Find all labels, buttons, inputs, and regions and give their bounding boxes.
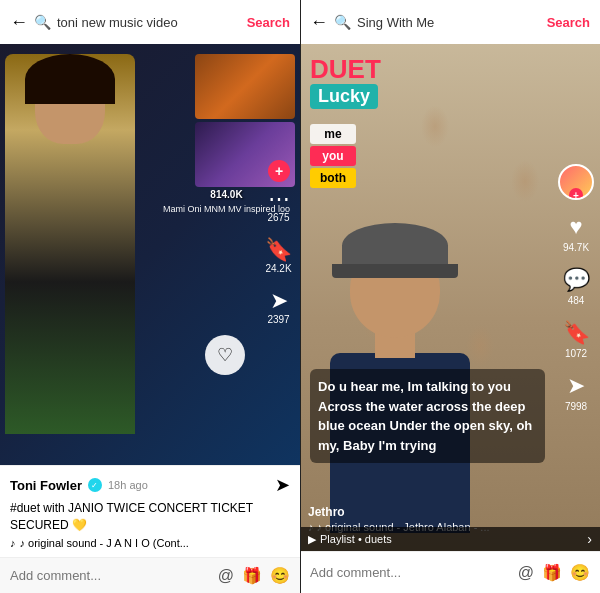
- right-bookmark-action[interactable]: 🔖 1072: [563, 320, 590, 359]
- comment-icon: ⋯: [268, 186, 290, 212]
- right-like-count: 94.7K: [563, 242, 589, 253]
- right-avatar[interactable]: +: [558, 164, 594, 200]
- comment-count: 2675: [267, 212, 289, 223]
- right-search-icon: 🔍: [334, 14, 351, 30]
- emoji-icon[interactable]: 😊: [270, 566, 290, 585]
- left-comment-bar: @ 🎁 😊: [0, 557, 300, 593]
- lucky-badge: Lucky: [310, 84, 378, 109]
- sel-both[interactable]: both: [310, 168, 356, 188]
- duet-thumbnails: +: [195, 54, 295, 187]
- bottom-actions-left: ⋯ 2675 🔖 24.2K ➤ 2397: [265, 186, 292, 325]
- search-input[interactable]: [57, 15, 241, 30]
- right-search-input[interactable]: [357, 15, 541, 30]
- heart-overlay[interactable]: ♡: [205, 335, 245, 375]
- view-count: 814.0K: [210, 189, 242, 200]
- comment-action[interactable]: ⋯ 2675: [267, 186, 289, 223]
- right-share-icon: ➤: [567, 373, 585, 399]
- left-bottom-info: Toni Fowler ✓ 18h ago ➤ #duet with JANIO…: [0, 465, 300, 557]
- right-search-button[interactable]: Search: [547, 15, 590, 30]
- duet-plus-button[interactable]: +: [268, 160, 290, 182]
- back-button[interactable]: ←: [10, 12, 28, 33]
- gift-icon[interactable]: 🎁: [242, 566, 262, 585]
- right-comment-input[interactable]: [310, 565, 510, 580]
- left-panel: ← 🔍 Search + ♡ 814.0K: [0, 0, 300, 593]
- sel-you[interactable]: you: [310, 146, 356, 166]
- lyrics-text: Do u hear me, Im talking to you Across t…: [318, 377, 537, 455]
- video-caption: #duet with JANIO TWICE CONCERT TICKET SE…: [10, 500, 290, 534]
- right-comment-count: 484: [568, 295, 585, 306]
- bookmark-icon: 🔖: [265, 237, 292, 263]
- duet-thumb-2: +: [195, 122, 295, 187]
- sound-line-left[interactable]: ♪ ♪ original sound - J A N I O (Cont...: [10, 537, 290, 549]
- share-action[interactable]: ➤ 2397: [267, 288, 289, 325]
- playlist-chevron-icon: ›: [587, 531, 592, 547]
- share-icon: ➤: [270, 288, 288, 314]
- panel-divider: [300, 0, 301, 593]
- right-search-bar: ← 🔍 Search: [300, 0, 600, 44]
- search-button[interactable]: Search: [247, 15, 290, 30]
- lyrics-overlay: Do u hear me, Im talking to you Across t…: [310, 369, 545, 463]
- right-video-area[interactable]: DUET Lucky me you both Do u hear me, Im …: [300, 44, 600, 593]
- playlist-icon: ▶: [308, 533, 316, 546]
- username-left: Toni Fowler: [10, 478, 82, 493]
- right-back-button[interactable]: ←: [310, 12, 328, 33]
- right-save-count: 1072: [565, 348, 587, 359]
- follow-plus-btn[interactable]: +: [569, 188, 583, 200]
- left-video-bg: + ♡ 814.0K Mami Oni MNM MV inspired loo …: [0, 44, 300, 465]
- right-at-icon[interactable]: @: [518, 564, 534, 582]
- left-face: [35, 64, 105, 144]
- duet-thumb-1: [195, 54, 295, 119]
- me-you-both-selector: me you both: [310, 124, 356, 188]
- right-comment-action[interactable]: 💬 484: [563, 267, 590, 306]
- right-heart-icon: ♥: [569, 214, 582, 240]
- left-comment-input[interactable]: [10, 568, 210, 583]
- right-comment-bar: @ 🎁 😊: [300, 551, 600, 593]
- person-cap: [342, 223, 448, 268]
- right-share-action[interactable]: ➤ 7998: [565, 373, 587, 412]
- right-bookmark-icon: 🔖: [563, 320, 590, 346]
- playlist-bar[interactable]: ▶ Playlist • duets ›: [300, 527, 600, 551]
- left-hair: [25, 54, 115, 104]
- left-video-area[interactable]: + ♡ 814.0K Mami Oni MNM MV inspired loo …: [0, 44, 300, 465]
- music-icon: ♪: [10, 537, 16, 549]
- duet-label: DUET: [310, 56, 381, 82]
- right-like-action[interactable]: ♥ 94.7K: [563, 214, 589, 253]
- playlist-label: Playlist • duets: [320, 533, 392, 545]
- verified-badge: ✓: [88, 478, 102, 492]
- right-username-line: Jethro: [308, 505, 545, 519]
- time-ago: 18h ago: [108, 479, 148, 491]
- duet-text-overlay: DUET Lucky: [310, 56, 381, 109]
- right-video-bg: DUET Lucky me you both Do u hear me, Im …: [300, 44, 600, 593]
- person-cap-brim: [332, 264, 458, 278]
- right-share-count: 7998: [565, 401, 587, 412]
- right-actions: + ♥ 94.7K 💬 484 🔖 1072 ➤ 7998: [558, 164, 594, 412]
- playlist-text: ▶ Playlist • duets: [308, 533, 392, 546]
- search-icon: 🔍: [34, 14, 51, 30]
- left-person: [5, 54, 135, 434]
- left-search-bar: ← 🔍 Search: [0, 0, 300, 44]
- save-count: 24.2K: [265, 263, 291, 274]
- right-panel: ← 🔍 Search DUET Lucky me you: [300, 0, 600, 593]
- share-btn-left[interactable]: ➤: [275, 474, 290, 496]
- user-line: Toni Fowler ✓ 18h ago ➤: [10, 474, 290, 496]
- right-comment-icon: 💬: [563, 267, 590, 293]
- sel-me[interactable]: me: [310, 124, 356, 144]
- share-count: 2397: [267, 314, 289, 325]
- right-gift-icon[interactable]: 🎁: [542, 563, 562, 582]
- right-emoji-icon[interactable]: 😊: [570, 563, 590, 582]
- bookmark-action[interactable]: 🔖 24.2K: [265, 237, 292, 274]
- at-icon[interactable]: @: [218, 567, 234, 585]
